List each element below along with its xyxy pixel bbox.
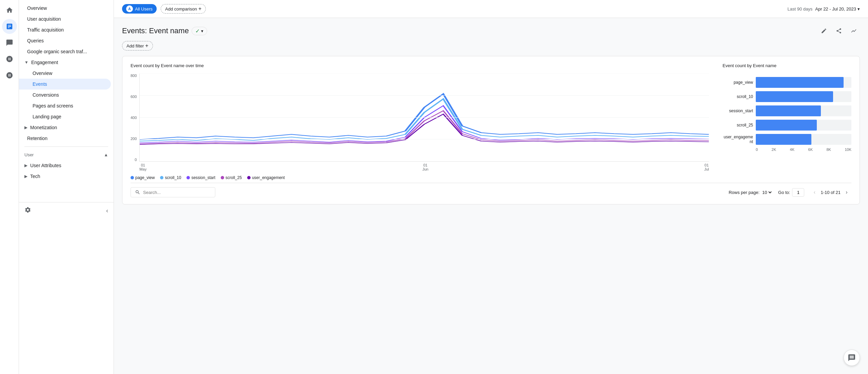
page-title: Events: Event name ✓ ▾	[122, 26, 207, 35]
date-last-label: Last 90 days	[788, 6, 813, 12]
line-chart-title: Event count by Event name over time	[131, 63, 709, 68]
filter-row: Add filter +	[122, 41, 860, 51]
page-title-row: Events: Event name ✓ ▾	[122, 25, 860, 37]
bar-fill-user-engagement	[756, 134, 811, 145]
sidebar-item-label: Overview	[33, 71, 52, 76]
sidebar-item-landing-page[interactable]: Landing page	[19, 111, 111, 122]
search-input[interactable]	[143, 190, 211, 195]
sidebar-item-label: Engagement	[31, 60, 58, 65]
advertising-icon[interactable]	[2, 68, 17, 83]
sidebar-item-label: Google organic search traf...	[27, 49, 87, 54]
legend-dot-scroll-10	[160, 176, 163, 179]
add-comparison-button[interactable]: Add comparison +	[161, 4, 206, 14]
prev-page-button[interactable]: ‹	[810, 188, 819, 197]
bar-label-scroll-10: scroll_10	[723, 94, 753, 99]
reports-icon[interactable]	[2, 35, 17, 50]
sidebar-item-label: Conversions	[33, 92, 59, 98]
sidebar: Overview User acquisition Traffic acquis…	[19, 0, 114, 374]
sidebar-item-label: Retention	[27, 136, 47, 141]
goto-input[interactable]	[792, 188, 804, 197]
date-range-value[interactable]: Apr 22 - Jul 20, 2023 ▾	[815, 6, 860, 12]
user-section-label: User	[24, 152, 34, 157]
sidebar-item-google-organic[interactable]: Google organic search traf...	[19, 46, 111, 57]
bottom-bar: Rows per page: 10 25 50 Go to: ‹ 1-10 o	[131, 183, 851, 197]
legend-session-start: session_start	[186, 175, 215, 180]
chat-bubble-button[interactable]	[844, 350, 860, 366]
goto-row: Go to:	[778, 188, 804, 197]
legend-page-view: page_view	[131, 175, 155, 180]
plus-icon-filter: +	[145, 43, 148, 49]
share-button[interactable]	[833, 25, 845, 37]
bar-chart-title: Event count by Event name	[723, 63, 851, 68]
bar-bg-page-view	[756, 77, 851, 88]
sidebar-item-monetization[interactable]: ▶ Monetization	[19, 122, 111, 133]
add-comparison-label: Add comparison	[165, 6, 197, 12]
sidebar-item-label: Landing page	[33, 114, 61, 119]
settings-icon[interactable]	[24, 206, 31, 215]
home-icon[interactable]	[2, 3, 17, 18]
line-chart-section: Event count by Event name over time 800 …	[131, 63, 709, 180]
rows-per-page-label: Rows per page:	[729, 190, 760, 195]
collapse-sidebar-button[interactable]: ‹	[106, 207, 108, 214]
y-axis-labels: 800 600 400 200 0	[131, 74, 139, 162]
bar-label-page-view: page_view	[723, 80, 753, 85]
line-chart-wrap: 800 600 400 200 0	[131, 74, 709, 171]
chevron-right-icon-attr: ▶	[24, 163, 27, 168]
sidebar-item-pages-screens[interactable]: Pages and screens	[19, 100, 111, 111]
chart-plot	[139, 74, 709, 162]
chevron-down-icon-date: ▾	[857, 6, 860, 12]
bar-bg-scroll-10	[756, 91, 851, 102]
line-chart-svg	[140, 74, 709, 161]
legend-dot-scroll-25	[221, 176, 224, 179]
page-title-badge[interactable]: ✓ ▾	[192, 27, 207, 35]
chevron-right-icon: ▶	[24, 125, 27, 130]
chart-card: Event count by Event name over time 800 …	[122, 56, 860, 204]
sidebar-item-label: Events	[33, 81, 47, 87]
analytics-icon[interactable]	[2, 19, 17, 34]
page-info: 1-10 of 21	[821, 190, 841, 195]
sidebar-item-traffic-acquisition[interactable]: Traffic acquisition	[19, 24, 111, 35]
sidebar-item-events[interactable]: Events	[19, 79, 111, 90]
check-icon: ✓	[195, 28, 200, 34]
sidebar-item-overview-sub[interactable]: Overview	[19, 68, 111, 79]
sidebar-item-user-attributes[interactable]: ▶ User Attributes	[19, 160, 111, 171]
next-page-button[interactable]: ›	[842, 188, 851, 197]
sidebar-item-engagement[interactable]: ▼ Engagement	[19, 57, 111, 68]
bar-bg-session-start	[756, 105, 851, 116]
avatar: A	[126, 5, 133, 12]
bar-bg-user-engagement	[756, 134, 851, 145]
sidebar-item-retention[interactable]: Retention	[19, 133, 111, 144]
bar-label-user-engagement: user_engagement	[723, 135, 753, 144]
sidebar-item-label: Queries	[27, 38, 44, 43]
explore-nav-icon[interactable]	[2, 52, 17, 66]
chart-legend: page_view scroll_10 session_start s	[131, 175, 709, 180]
insights-button[interactable]	[848, 25, 860, 37]
search-input-wrap[interactable]	[131, 187, 215, 197]
chevron-right-icon-tech: ▶	[24, 174, 27, 179]
sidebar-item-tech[interactable]: ▶ Tech	[19, 171, 111, 182]
sidebar-item-queries[interactable]: Queries	[19, 35, 111, 46]
chevron-up-icon: ▲	[104, 152, 108, 157]
sidebar-item-label: Traffic acquisition	[27, 27, 64, 33]
icon-rail	[0, 0, 19, 374]
bar-row-user-engagement: user_engagement	[723, 134, 851, 145]
bar-fill-page-view	[756, 77, 844, 88]
sidebar-item-user-acquisition[interactable]: User acquisition	[19, 14, 111, 24]
legend-scroll-25: scroll_25	[221, 175, 242, 180]
search-icon	[135, 190, 140, 195]
bar-label-session-start: session_start	[723, 109, 753, 113]
bar-row-scroll-10: scroll_10	[723, 91, 851, 102]
bar-label-scroll-25: scroll_25	[723, 123, 753, 127]
bar-row-session-start: session_start	[723, 105, 851, 116]
user-segment-chip[interactable]: A All Users	[122, 4, 157, 14]
add-filter-button[interactable]: Add filter +	[122, 41, 153, 51]
sidebar-item-overview[interactable]: Overview	[19, 3, 111, 14]
sidebar-item-label: Monetization	[30, 125, 57, 130]
bar-chart-section: Event count by Event name page_view scro…	[723, 63, 851, 180]
sidebar-item-label: User acquisition	[27, 16, 61, 22]
sidebar-item-conversions[interactable]: Conversions	[19, 90, 111, 100]
rows-per-page-select[interactable]: 10 25 50	[761, 190, 773, 195]
sidebar-user-section[interactable]: User ▲	[19, 150, 114, 160]
edit-chart-button[interactable]	[818, 25, 830, 37]
sidebar-item-label: Overview	[27, 5, 47, 11]
